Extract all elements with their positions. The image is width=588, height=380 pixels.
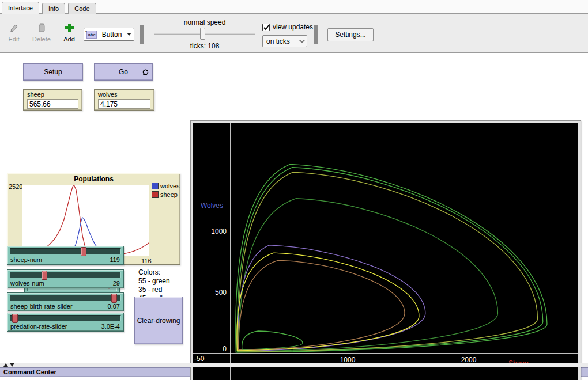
widget-type-dropdown[interactable]: *abc Button: [84, 28, 134, 41]
interface-canvas: Setup Go sheep 565.66 wolves 4.175 Popul…: [0, 53, 588, 363]
world-canvas: Wolves 1000 500 0 -50 -50 1000 2000 Shee…: [193, 123, 578, 380]
button-widget-icon: *abc: [86, 31, 97, 39]
add-button[interactable]: Add: [58, 22, 81, 43]
delete-button[interactable]: Delete: [30, 22, 53, 43]
command-center-splitter[interactable]: [0, 363, 588, 367]
monitor-label: wolves: [98, 91, 118, 98]
update-mode-value: on ticks: [266, 37, 290, 45]
dropdown-arrow-icon: [127, 33, 131, 36]
plot-ymax-label: 2520: [9, 183, 21, 190]
legend-item-wolves: wolves: [152, 183, 180, 189]
tab-code[interactable]: Code: [68, 3, 96, 14]
world-view[interactable]: Wolves 1000 500 0 -50 -50 1000 2000 Shee…: [190, 120, 581, 380]
predation-rate-slider[interactable]: predation-rate-slider 3.0E-4: [7, 313, 124, 332]
tab-info[interactable]: Info: [42, 3, 65, 14]
ticks-counter: ticks: 108: [161, 42, 248, 50]
slider-handle[interactable]: [111, 294, 117, 303]
y-tick-500: 500: [215, 288, 227, 297]
toolbar: Edit Delete Add *abc Button normal speed…: [0, 14, 588, 53]
speed-slider-handle[interactable]: [200, 28, 205, 40]
view-updates-checkbox[interactable]: [262, 24, 270, 31]
slider-groove[interactable]: [10, 272, 121, 278]
colors-note-line: 55 - green: [138, 277, 172, 286]
slider-groove[interactable]: [10, 315, 121, 321]
command-center-title: Command Center: [3, 368, 56, 375]
expand-icon: [3, 363, 8, 367]
monitor-value: 565.66: [27, 99, 78, 109]
colors-note-line: 35 - red: [138, 286, 172, 294]
plot-xmax-label: 116: [141, 257, 152, 264]
wolves-pen-swatch: [152, 183, 159, 189]
phase-trajectories: [236, 164, 547, 352]
trash-icon: [30, 22, 53, 35]
slider-handle[interactable]: [42, 271, 47, 280]
widget-type-label: Button: [97, 31, 127, 39]
slider-handle[interactable]: [12, 314, 18, 323]
delete-label: Delete: [30, 36, 53, 43]
slider-handle[interactable]: [81, 247, 86, 256]
wolves-num-slider[interactable]: wolves-num 29: [7, 269, 124, 288]
sheep-birth-rate-slider[interactable]: sheep-birth-rate-slider 0.07: [7, 292, 124, 311]
chevron-down-icon: [299, 37, 305, 43]
settings-button[interactable]: Settings...: [327, 28, 374, 41]
toolbar-separator: [140, 25, 144, 44]
go-button[interactable]: Go: [94, 63, 153, 81]
checkmark-icon: [263, 24, 270, 31]
clear-drawing-button[interactable]: Clear-drowing: [134, 297, 183, 344]
collapse-icon: [10, 363, 14, 367]
plot-title: Populations: [7, 175, 180, 183]
monitor-value: 4.175: [98, 99, 150, 109]
setup-button[interactable]: Setup: [23, 63, 83, 81]
update-mode-dropdown[interactable]: on ticks: [262, 35, 307, 47]
plus-icon: [58, 22, 81, 35]
sheep-num-slider[interactable]: sheep-num 119: [7, 246, 124, 265]
toolbar-separator-2: [314, 25, 318, 44]
y-tick-0: 0: [223, 345, 227, 353]
add-label: Add: [58, 36, 81, 43]
plot-legend: wolves sheep: [152, 183, 180, 200]
y-axis-title: Wolves: [201, 202, 223, 210]
slider-groove[interactable]: [10, 295, 121, 301]
splitter-arrows[interactable]: [3, 363, 14, 367]
sheep-pen-swatch: [152, 191, 159, 198]
sheep-monitor: sheep 565.66: [23, 89, 82, 111]
colors-note-title: Colors:: [138, 268, 172, 277]
tab-strip: Interface Info Code: [0, 0, 588, 14]
wolves-monitor: wolves 4.175: [94, 89, 154, 111]
edit-label: Edit: [2, 36, 25, 43]
view-updates-group: view updates: [262, 23, 313, 31]
edit-button[interactable]: Edit: [2, 22, 25, 43]
forever-icon: [142, 69, 149, 78]
slider-groove[interactable]: [10, 248, 121, 254]
pencil-icon: [2, 22, 25, 35]
legend-item-sheep: sheep: [152, 191, 180, 198]
speed-slider-label: normal speed: [161, 18, 248, 26]
x-tick-neg50: -50: [194, 355, 205, 363]
y-tick-1000: 1000: [211, 227, 227, 235]
tab-interface[interactable]: Interface: [2, 2, 39, 14]
view-updates-label: view updates: [273, 23, 313, 31]
monitor-label: sheep: [27, 91, 44, 98]
